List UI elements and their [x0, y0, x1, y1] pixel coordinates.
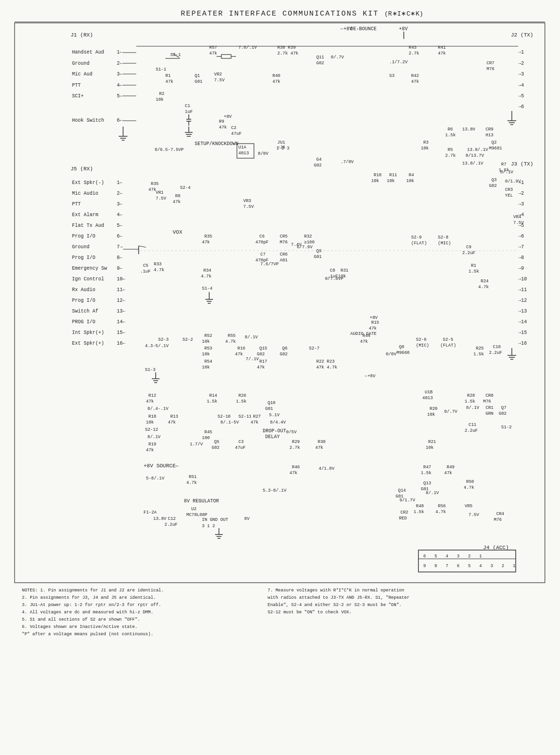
- svg-text:S2-2: S2-2: [182, 337, 193, 342]
- svg-text:R50: R50: [466, 479, 474, 484]
- svg-text:Flat Tx Aud: Flat Tx Aud: [72, 223, 104, 228]
- svg-text:CR3: CR3: [505, 187, 513, 192]
- svg-text:(FLAT): (FLAT): [411, 241, 427, 246]
- svg-text:8/.1V: 8/.1V: [466, 405, 480, 410]
- svg-text:→5: →5: [518, 93, 524, 99]
- svg-text:←+8V: ←+8V: [365, 374, 376, 379]
- svg-text:Q14: Q14: [398, 488, 406, 493]
- svg-text:4013: 4013: [422, 396, 433, 401]
- svg-text:5: 5: [434, 554, 437, 559]
- svg-text:14←: 14←: [117, 319, 126, 325]
- svg-text:1uF: 1uF: [185, 110, 193, 114]
- svg-text:S1-1: S1-1: [156, 67, 166, 72]
- svg-text:G02: G02: [212, 445, 219, 450]
- svg-text:3: 3: [490, 564, 493, 569]
- svg-text:4/1.8V: 4/1.8V: [319, 466, 335, 471]
- svg-text:PTT: PTT: [72, 202, 81, 207]
- svg-text:5-8/.1V: 5-8/.1V: [146, 476, 164, 481]
- svg-text:13.8V: 13.8V: [153, 516, 167, 521]
- svg-text:6: 6: [457, 564, 459, 569]
- svg-text:47k: 47k: [257, 365, 265, 370]
- svg-text:R40: R40: [272, 74, 280, 78]
- svg-text:8/.4-.1V: 8/.4-.1V: [147, 406, 169, 411]
- svg-text:→8: →8: [518, 255, 524, 260]
- svg-text:S2-10: S2-10: [217, 414, 231, 419]
- svg-text:4←: 4←: [117, 212, 123, 218]
- svg-text:"P" after a voltage means puls: "P" after a voltage means pulsed (not co…: [22, 632, 153, 637]
- svg-text:8V REGULATOR: 8V REGULATOR: [184, 498, 219, 504]
- svg-text:G01: G01: [265, 406, 273, 411]
- svg-rect-0: [0, 0, 560, 755]
- svg-text:G01: G01: [314, 255, 322, 259]
- svg-text:Mic Aud: Mic Aud: [72, 72, 92, 77]
- svg-text:4.7k: 4.7k: [186, 480, 197, 485]
- svg-text:0/5V: 0/5V: [286, 430, 297, 435]
- svg-text:R56: R56: [438, 504, 446, 509]
- svg-text:47k: 47k: [146, 399, 154, 404]
- svg-text:R8: R8: [175, 194, 181, 199]
- svg-text:47k: 47k: [251, 420, 258, 425]
- svg-text:R51: R51: [189, 475, 197, 479]
- svg-text:.1uF: .1uF: [140, 269, 151, 274]
- svg-text:S2-5: S2-5: [443, 337, 453, 342]
- svg-text:G02: G02: [316, 61, 324, 66]
- svg-text:GRN: GRN: [486, 411, 493, 416]
- svg-text:10k: 10k: [421, 146, 429, 151]
- svg-text:2: 2: [468, 554, 470, 559]
- svg-text:R18: R18: [148, 414, 156, 419]
- svg-text:U1A: U1A: [238, 145, 247, 150]
- svg-text:CR2: CR2: [400, 510, 408, 515]
- svg-text:Ext Spkr(-): Ext Spkr(-): [72, 180, 104, 185]
- svg-text:→3: →3: [518, 202, 524, 207]
- svg-text:47k: 47k: [148, 187, 156, 192]
- svg-text:0/.7V: 0/.7V: [331, 55, 344, 60]
- svg-text:Emergency Sw: Emergency Sw: [72, 266, 107, 271]
- svg-text:8/.1V: 8/.1V: [500, 170, 514, 175]
- svg-text:C11: C11: [469, 423, 476, 427]
- svg-text:Handset Aud: Handset Aud: [72, 50, 104, 55]
- svg-text:6←: 6←: [117, 234, 123, 239]
- svg-text:R10: R10: [374, 173, 381, 178]
- svg-text:S2-4: S2-4: [180, 185, 191, 190]
- svg-text:1←: 1←: [117, 180, 123, 185]
- svg-text:47k: 47k: [146, 448, 154, 453]
- svg-text:7.5V: 7.5V: [469, 513, 479, 517]
- svg-text:R4: R4: [409, 173, 414, 178]
- svg-text:C7: C7: [260, 252, 266, 257]
- svg-text:R55: R55: [228, 333, 235, 338]
- svg-text:47k: 47k: [168, 420, 176, 425]
- svg-text:C3: C3: [238, 440, 244, 444]
- svg-text:13.8/.1V: 13.8/.1V: [462, 161, 484, 166]
- svg-text:R1: R1: [165, 74, 171, 78]
- svg-text:S1-3: S1-3: [145, 368, 156, 372]
- svg-text:→1: →1: [518, 50, 524, 55]
- svg-text:J5 (RX): J5 (RX): [71, 166, 93, 172]
- svg-text:10k: 10k: [202, 339, 210, 344]
- svg-text:+8V: +8V: [399, 26, 408, 32]
- svg-text:S3: S3: [389, 74, 395, 78]
- svg-text:Hook Switch: Hook Switch: [72, 118, 104, 123]
- svg-text:8/13.7V: 8/13.7V: [466, 153, 484, 158]
- svg-text:47k: 47k: [444, 471, 452, 476]
- svg-text:(MIC): (MIC): [416, 343, 429, 348]
- svg-text:R24: R24: [481, 279, 488, 284]
- svg-text:0/7.8VP: 0/7.8VP: [325, 276, 343, 281]
- svg-text:VR4: VR4: [513, 215, 521, 220]
- svg-text:○J6: ○J6: [277, 145, 285, 150]
- svg-text:1.5k: 1.5k: [465, 399, 475, 404]
- schematic-diagram: REPEATER INTERFACE COMMUNICATIONS KIT (R…: [0, 0, 560, 755]
- svg-text:R30: R30: [318, 440, 325, 444]
- svg-text:3←: 3←: [117, 72, 123, 77]
- svg-text:Prog I/O: Prog I/O: [72, 298, 95, 303]
- svg-text:S2-7: S2-7: [309, 346, 320, 351]
- svg-text:0/6.5-7.5VP: 0/6.5-7.5VP: [155, 147, 183, 152]
- svg-text:2.2uF: 2.2uF: [462, 251, 475, 256]
- svg-text:≥100: ≥100: [304, 240, 315, 245]
- svg-text:3←: 3←: [117, 202, 123, 207]
- svg-text:R17: R17: [259, 359, 267, 364]
- svg-text:3     1    2: 3 1 2: [202, 524, 215, 529]
- svg-text:10k: 10k: [202, 352, 210, 357]
- svg-text:+8V: +8V: [370, 315, 378, 320]
- svg-text:IN  GND  OUT: IN GND OUT: [202, 517, 229, 522]
- svg-text:C8: C8: [330, 268, 335, 273]
